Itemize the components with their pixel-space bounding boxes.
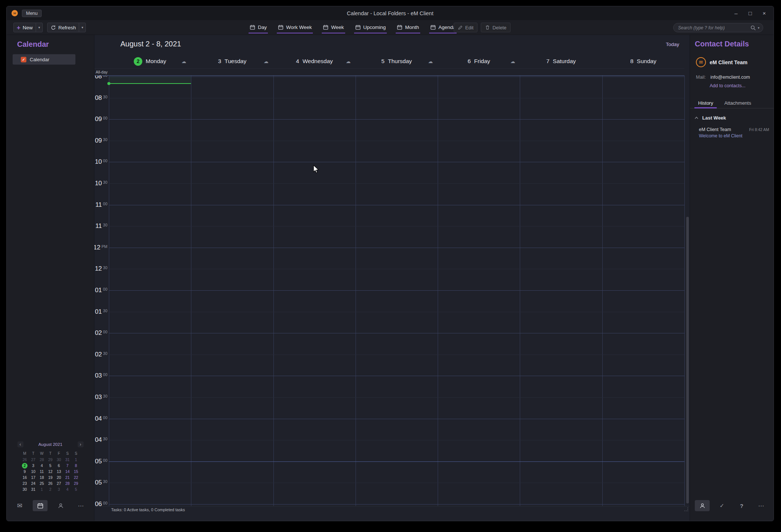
mini-cal-day[interactable]: 30 <box>20 486 29 492</box>
day-header-friday[interactable]: 6Friday☁ <box>438 54 520 68</box>
view-tab-month[interactable]: Month <box>396 21 420 35</box>
help-button[interactable]: ? <box>734 500 749 511</box>
mini-cal-day[interactable]: 25 <box>38 480 46 486</box>
mini-cal-day[interactable]: 28 <box>63 480 72 486</box>
mini-cal-day[interactable]: 7 <box>63 463 72 469</box>
refresh-icon <box>51 25 56 30</box>
mini-cal-day[interactable]: 27 <box>55 480 63 486</box>
day-header-sunday[interactable]: 8Sunday <box>602 54 684 68</box>
refresh-dropdown[interactable]: ▾ <box>79 23 85 32</box>
mini-cal-day[interactable]: 29 <box>72 480 80 486</box>
mini-cal-day[interactable]: 24 <box>29 480 38 486</box>
mini-cal-day[interactable]: 17 <box>29 474 38 480</box>
mini-cal-day[interactable]: 18 <box>38 474 46 480</box>
mini-cal-weekday: S <box>63 451 72 457</box>
menu-button[interactable]: Menu <box>22 10 42 17</box>
view-tab-week[interactable]: Week <box>322 21 345 35</box>
time-grid[interactable]: 0800083009000930100010301100113012PM1230… <box>94 76 690 506</box>
contact-details-toggle-button[interactable] <box>695 500 710 511</box>
calendar-icon <box>278 25 283 30</box>
search-options-dropdown[interactable]: ▾ <box>758 26 759 30</box>
mini-cal-day[interactable]: 23 <box>20 480 29 486</box>
new-dropdown[interactable]: ▾ <box>36 23 42 32</box>
vertical-scrollbar[interactable] <box>686 217 689 503</box>
view-tab-agenda[interactable]: Agenda <box>429 21 457 35</box>
mini-cal-day[interactable]: 27 <box>29 457 38 463</box>
mini-cal-day[interactable]: 5 <box>72 486 80 492</box>
day-header-wednesday[interactable]: 4Wednesday☁ <box>273 54 356 68</box>
day-header-thursday[interactable]: 5Thursday☁ <box>356 54 438 68</box>
mini-cal-day[interactable]: 4 <box>63 486 72 492</box>
mini-cal-day[interactable]: 26 <box>20 457 29 463</box>
mini-cal-day[interactable]: 14 <box>63 469 72 474</box>
search-icon[interactable] <box>751 25 756 30</box>
view-tab-work-week[interactable]: Work Week <box>277 21 313 35</box>
mini-cal-day[interactable]: 22 <box>72 474 80 480</box>
mini-cal-day[interactable]: 5 <box>46 463 55 469</box>
mini-cal-day[interactable]: 20 <box>55 474 63 480</box>
mini-cal-day[interactable]: 19 <box>46 474 55 480</box>
mini-cal-day[interactable]: 30 <box>55 457 63 463</box>
mini-cal-day[interactable]: 28 <box>38 457 46 463</box>
mini-cal-day[interactable]: 31 <box>63 457 72 463</box>
history-entry[interactable]: eM Client Team Fri 8:42 AM Welcome to eM… <box>690 127 774 138</box>
mini-cal-day[interactable]: 21 <box>63 474 72 480</box>
mini-cal-day[interactable]: 13 <box>55 469 63 474</box>
calendar-folder-item[interactable]: ✓ Calendar <box>13 54 75 65</box>
more-modules-button[interactable]: ⋯ <box>74 500 88 511</box>
mini-cal-day[interactable]: 1 <box>38 486 46 492</box>
resize-grip[interactable] <box>684 507 688 511</box>
calendar-module-button[interactable] <box>33 500 48 511</box>
mini-cal-day[interactable]: 8 <box>72 463 80 469</box>
mini-cal-day[interactable]: 29 <box>46 457 55 463</box>
today-button[interactable]: Today <box>666 42 679 47</box>
contacts-module-button[interactable] <box>53 500 68 511</box>
refresh-button[interactable]: Refresh ▾ <box>47 23 86 32</box>
mini-cal-day[interactable]: 26 <box>46 480 55 486</box>
tasks-toggle-button[interactable]: ✓ <box>714 500 729 511</box>
add-to-contacts-link[interactable]: Add to contacts... <box>710 83 746 88</box>
mini-cal-day[interactable]: 9 <box>20 469 29 474</box>
day-header-saturday[interactable]: 7Saturday <box>520 54 602 68</box>
view-tab-upcoming[interactable]: Upcoming <box>354 21 387 35</box>
mail-module-button[interactable]: ✉ <box>12 500 27 511</box>
mini-cal-today[interactable]: 2 <box>22 463 27 469</box>
ellipsis-icon: ⋯ <box>758 502 765 509</box>
contact-summary: ✉ eM Client Team <box>696 57 748 67</box>
mini-cal-day[interactable]: 12 <box>46 469 55 474</box>
tab-attachments[interactable]: Attachments <box>720 98 755 108</box>
mini-cal-day[interactable]: 16 <box>20 474 29 480</box>
all-day-row[interactable]: All-day <box>94 68 684 76</box>
history-group-header[interactable]: Last Week <box>694 115 726 121</box>
new-button[interactable]: + New ▾ <box>13 23 43 32</box>
mini-cal-day[interactable]: 4 <box>38 463 46 469</box>
date-number: 6 <box>467 58 471 65</box>
tab-history[interactable]: History <box>694 98 717 108</box>
mini-cal-day[interactable]: 11 <box>38 469 46 474</box>
edit-button[interactable]: Edit <box>454 23 477 32</box>
mini-cal-day[interactable]: 1 <box>72 457 80 463</box>
day-header-monday[interactable]: 2Monday☁ <box>109 54 191 68</box>
mini-cal-day[interactable]: 2 <box>46 486 55 492</box>
minimize-button[interactable]: – <box>729 8 743 19</box>
more-panel-button[interactable]: ⋯ <box>754 500 769 511</box>
mini-cal-month-label: August 2021 <box>38 442 62 447</box>
mini-cal-day[interactable]: 3 <box>29 463 38 469</box>
day-header-tuesday[interactable]: 3Tuesday☁ <box>191 54 273 68</box>
weather-icon: ☁ <box>510 59 515 64</box>
view-tab-day[interactable]: Day <box>249 21 268 35</box>
mini-cal-next-button[interactable]: › <box>78 441 84 447</box>
calendar-checkbox-icon[interactable]: ✓ <box>21 57 26 62</box>
mini-cal-day[interactable]: 3 <box>55 486 63 492</box>
history-entry-subject[interactable]: Welcome to eM Client <box>699 133 769 138</box>
mini-cal-day[interactable]: 31 <box>29 486 38 492</box>
mini-cal-prev-button[interactable]: ‹ <box>17 441 23 447</box>
mini-cal-day[interactable]: 10 <box>29 469 38 474</box>
close-button[interactable]: × <box>757 8 771 19</box>
delete-button[interactable]: Delete <box>481 23 511 32</box>
maximize-button[interactable]: □ <box>743 8 757 19</box>
search-input[interactable] <box>678 25 751 30</box>
mini-cal-day[interactable]: 6 <box>55 463 63 469</box>
search-box[interactable]: ▾ <box>673 23 763 32</box>
mini-cal-day[interactable]: 15 <box>72 469 80 474</box>
